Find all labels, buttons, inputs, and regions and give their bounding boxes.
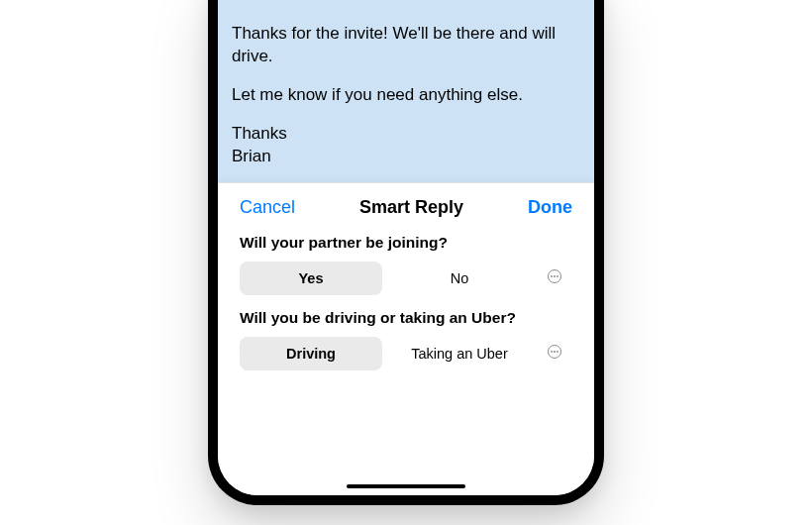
ellipsis-circle-icon <box>547 268 562 288</box>
question-2-text: Will you be driving or taking an Uber? <box>240 309 572 327</box>
svg-point-1 <box>551 275 553 277</box>
svg-point-5 <box>551 351 553 353</box>
more-options-button-2[interactable] <box>537 337 572 370</box>
cancel-button[interactable]: Cancel <box>240 197 295 218</box>
question-2-options: Driving Taking an Uber <box>240 337 572 370</box>
option-no-button[interactable]: No <box>388 262 531 295</box>
home-indicator[interactable] <box>347 484 465 489</box>
question-2: Will you be driving or taking an Uber? D… <box>218 303 594 378</box>
compose-body-line-2: Let me know if you need anything else. <box>232 84 580 107</box>
ellipsis-circle-icon <box>547 344 562 364</box>
svg-point-6 <box>554 351 556 353</box>
screen: Hi Jasmine Thanks for the invite! We'll … <box>218 0 594 495</box>
svg-point-7 <box>557 351 558 353</box>
smart-reply-panel: Cancel Smart Reply Done Will your partne… <box>218 182 594 495</box>
svg-point-2 <box>554 275 556 277</box>
option-yes-button[interactable]: Yes <box>240 262 382 295</box>
question-1-text: Will your partner be joining? <box>240 234 572 252</box>
svg-point-3 <box>557 275 558 277</box>
panel-title: Smart Reply <box>359 197 463 218</box>
compose-text-area[interactable]: Hi Jasmine Thanks for the invite! We'll … <box>218 0 594 182</box>
done-button[interactable]: Done <box>528 197 572 218</box>
compose-greeting: Hi Jasmine <box>232 0 580 7</box>
question-1-options: Yes No <box>240 262 572 295</box>
compose-body-line-1: Thanks for the invite! We'll be there an… <box>232 23 580 68</box>
question-1: Will your partner be joining? Yes No <box>218 228 594 303</box>
compose-thanks: Thanks <box>232 124 287 143</box>
compose-signoff: Thanks Brian <box>232 123 580 168</box>
phone-frame: Hi Jasmine Thanks for the invite! We'll … <box>208 0 604 505</box>
compose-sender-name: Brian <box>232 147 271 165</box>
panel-header: Cancel Smart Reply Done <box>218 183 594 228</box>
option-uber-button[interactable]: Taking an Uber <box>388 337 531 370</box>
more-options-button-1[interactable] <box>537 262 572 295</box>
option-driving-button[interactable]: Driving <box>240 337 382 370</box>
